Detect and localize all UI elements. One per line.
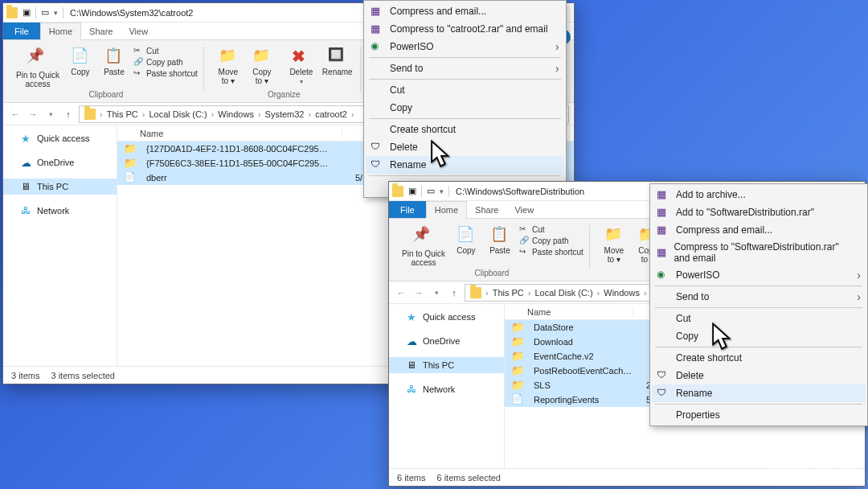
separator bbox=[35, 7, 36, 18]
col-name[interactable]: Name bbox=[117, 129, 342, 138]
crumb-thispc[interactable]: This PC bbox=[489, 288, 527, 298]
menu-item-compress-to-catroot2-rar-and-email[interactable]: Compress to "catroot2.rar" and email bbox=[366, 20, 564, 38]
nav-this-pc[interactable]: This PC bbox=[389, 357, 504, 373]
menu-item-rename[interactable]: Rename bbox=[652, 384, 866, 402]
copy-path-button[interactable]: Copy path bbox=[518, 235, 585, 246]
menu-item-rename[interactable]: Rename bbox=[366, 156, 564, 174]
menu-item-copy[interactable]: Copy bbox=[652, 327, 866, 345]
nav-this-pc[interactable]: This PC bbox=[3, 179, 117, 195]
nav-back-button[interactable]: ← bbox=[8, 107, 23, 121]
network-icon bbox=[407, 384, 418, 395]
menu-item-poweriso[interactable]: PowerISO bbox=[366, 38, 564, 55]
menu-separator bbox=[369, 79, 561, 80]
network-icon bbox=[21, 205, 32, 216]
file-name: Download bbox=[527, 337, 640, 347]
menu-item-compress-and-email[interactable]: Compress and email... bbox=[652, 221, 866, 239]
paste-shortcut-button[interactable]: Paste shortcut bbox=[518, 246, 585, 257]
folder-icon bbox=[470, 287, 481, 298]
tab-share[interactable]: Share bbox=[467, 201, 506, 218]
nav-network[interactable]: Network bbox=[3, 203, 117, 219]
qat-save-icon[interactable]: ▣ bbox=[23, 7, 31, 18]
menu-item-cut[interactable]: Cut bbox=[366, 81, 564, 99]
move-to-button[interactable]: Move to ▾ bbox=[212, 45, 244, 87]
nav-recent-button[interactable]: ▾ bbox=[429, 286, 444, 300]
status-selected-count: 3 items selected bbox=[51, 371, 114, 380]
crumb-catroot2[interactable]: catroot2 bbox=[312, 109, 350, 119]
file-name: {F750E6C3-38EE-11D1-85E5-00C04FC295… bbox=[140, 158, 349, 168]
delete-button[interactable]: Delete▾ bbox=[285, 45, 317, 87]
pin-quick-access-button[interactable]: Pin to Quick access bbox=[13, 45, 63, 90]
menu-item-create-shortcut[interactable]: Create shortcut bbox=[652, 349, 866, 367]
window-title: C:\Windows\System32\catroot2 bbox=[70, 8, 193, 18]
rename-button[interactable]: Rename bbox=[319, 45, 356, 78]
folder-icon bbox=[124, 142, 137, 155]
status-item-count: 6 items bbox=[397, 473, 425, 483]
menu-item-delete[interactable]: Delete bbox=[366, 138, 564, 156]
menu-item-copy[interactable]: Copy bbox=[366, 99, 564, 117]
nav-onedrive[interactable]: OneDrive bbox=[389, 333, 504, 349]
nav-onedrive[interactable]: OneDrive bbox=[3, 154, 117, 171]
folder-icon bbox=[511, 335, 524, 348]
nav-up-button[interactable]: ↑ bbox=[447, 286, 461, 300]
tab-home[interactable]: Home bbox=[426, 201, 467, 219]
window-title: C:\Windows\SoftwareDistribution bbox=[456, 187, 584, 196]
file-name: DataStore bbox=[527, 323, 640, 332]
menu-item-label: Copy bbox=[390, 102, 412, 113]
crumb-c[interactable]: Local Disk (C:) bbox=[145, 109, 210, 119]
cut-button[interactable]: Cut bbox=[132, 45, 199, 56]
menu-item-compress-and-email[interactable]: Compress and email... bbox=[366, 2, 564, 20]
paste-button[interactable]: Paste bbox=[98, 45, 130, 78]
cut-button[interactable]: Cut bbox=[518, 224, 585, 235]
qat-dropdown-icon[interactable]: ▾ bbox=[440, 187, 444, 195]
pin-quick-access-button[interactable]: Pin to Quick access bbox=[399, 224, 448, 269]
copy-path-button[interactable]: Copy path bbox=[132, 56, 199, 68]
qat-properties-icon[interactable]: ▭ bbox=[427, 186, 435, 196]
context-menu-catroot2[interactable]: Compress and email...Compress to "catroo… bbox=[363, 0, 567, 198]
copy-button[interactable]: Copy bbox=[450, 224, 482, 257]
copy-button[interactable]: Copy bbox=[64, 45, 96, 78]
pc-icon bbox=[407, 360, 418, 371]
copypath-icon bbox=[133, 57, 143, 67]
nav-back-button[interactable]: ← bbox=[394, 286, 408, 300]
crumb-windows[interactable]: Windows bbox=[215, 109, 257, 119]
crumb-system32[interactable]: System32 bbox=[262, 109, 308, 119]
col-name[interactable]: Name bbox=[505, 307, 633, 317]
tab-home[interactable]: Home bbox=[40, 23, 81, 40]
crumb-windows[interactable]: Windows bbox=[600, 288, 643, 298]
menu-item-send-to[interactable]: Send to bbox=[366, 60, 564, 77]
move-to-button[interactable]: Move to ▾ bbox=[598, 224, 630, 265]
qat-save-icon[interactable]: ▣ bbox=[408, 186, 416, 196]
menu-item-label: Rename bbox=[390, 159, 426, 171]
qat-properties-icon[interactable]: ▭ bbox=[41, 7, 49, 18]
copy-icon bbox=[457, 225, 476, 244]
menu-item-compress-to-softwaredistribution-rar-and-email[interactable]: Compress to "SoftwareDistribution.rar" a… bbox=[652, 239, 866, 266]
menu-item-cut[interactable]: Cut bbox=[652, 310, 866, 327]
tab-file[interactable]: File bbox=[3, 23, 40, 39]
nav-recent-button[interactable]: ▾ bbox=[43, 107, 58, 121]
ribbon-group-clipboard: Pin to Quick access Copy Paste Cut Copy … bbox=[394, 222, 590, 281]
menu-item-poweriso[interactable]: PowerISO bbox=[652, 266, 866, 284]
paste-button[interactable]: Paste bbox=[484, 224, 516, 257]
tab-file[interactable]: File bbox=[389, 201, 426, 218]
menu-item-label: Add to "SoftwareDistribution.rar" bbox=[676, 207, 814, 218]
menu-item-add-to-archive[interactable]: Add to archive... bbox=[652, 186, 866, 203]
menu-item-properties[interactable]: Properties bbox=[652, 406, 866, 424]
nav-quick-access[interactable]: Quick access bbox=[3, 130, 117, 146]
copy-to-button[interactable]: Copy to ▾ bbox=[246, 45, 278, 87]
menu-item-create-shortcut[interactable]: Create shortcut bbox=[366, 121, 564, 138]
paste-shortcut-button[interactable]: Paste shortcut bbox=[132, 68, 199, 79]
crumb-thispc[interactable]: This PC bbox=[104, 109, 141, 119]
tab-view[interactable]: View bbox=[121, 23, 156, 39]
nav-quick-access[interactable]: Quick access bbox=[389, 309, 504, 325]
tab-view[interactable]: View bbox=[506, 201, 542, 218]
menu-item-add-to-softwaredistribution-rar[interactable]: Add to "SoftwareDistribution.rar" bbox=[652, 203, 866, 221]
qat-dropdown-icon[interactable]: ▾ bbox=[54, 9, 58, 17]
context-menu-softwaredistribution[interactable]: Add to archive...Add to "SoftwareDistrib… bbox=[649, 183, 868, 426]
menu-item-send-to[interactable]: Send to bbox=[652, 288, 866, 306]
nav-up-button[interactable]: ↑ bbox=[61, 107, 76, 121]
tab-share[interactable]: Share bbox=[81, 23, 121, 39]
nav-network[interactable]: Network bbox=[389, 381, 504, 397]
folder-icon bbox=[511, 350, 524, 363]
menu-item-delete[interactable]: Delete bbox=[652, 367, 866, 384]
crumb-c[interactable]: Local Disk (C:) bbox=[531, 288, 596, 298]
